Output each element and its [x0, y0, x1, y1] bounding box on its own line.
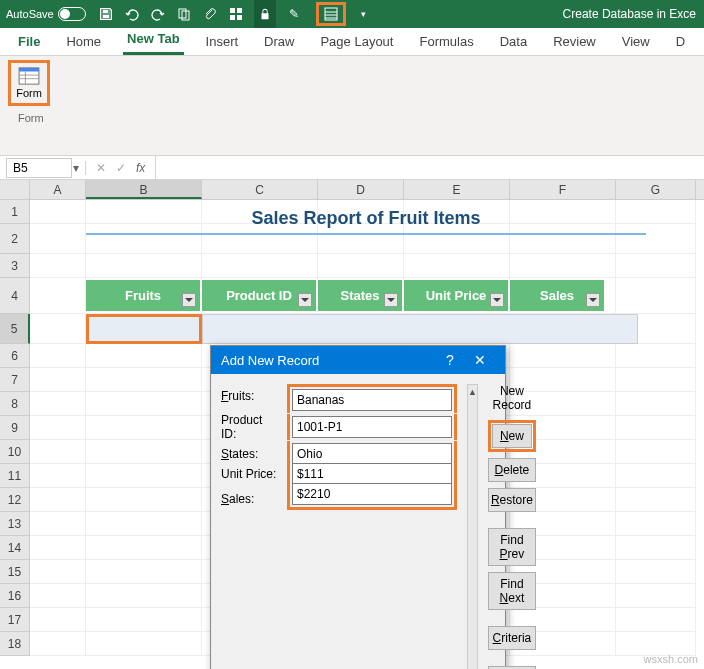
- undo-icon[interactable]: [124, 6, 140, 22]
- report-title: Sales Report of Fruit Items: [86, 208, 646, 235]
- row-header[interactable]: 5: [0, 314, 30, 344]
- new-button-highlight: New: [488, 420, 536, 452]
- cancel-icon[interactable]: ✕: [96, 161, 106, 175]
- formula-bar: B5 ▾ ✕ ✓ fx: [0, 156, 704, 180]
- form-scrollbar[interactable]: ▲ ▼: [467, 384, 478, 669]
- quick-access-toolbar: ✎ ▾: [98, 0, 372, 28]
- row-header[interactable]: 16: [0, 584, 30, 608]
- table-data-row: [202, 314, 638, 344]
- row-header[interactable]: 13: [0, 512, 30, 536]
- toggle-off-icon[interactable]: [58, 7, 86, 21]
- row-header[interactable]: 12: [0, 488, 30, 512]
- qat-dropdown-icon[interactable]: ▾: [356, 6, 372, 22]
- row-header[interactable]: 18: [0, 632, 30, 656]
- tab-review[interactable]: Review: [549, 30, 600, 55]
- label-product-id: Product ID:: [221, 413, 281, 441]
- fx-icon[interactable]: fx: [136, 161, 145, 175]
- row-header[interactable]: 6: [0, 344, 30, 368]
- col-header-b[interactable]: B: [86, 180, 202, 199]
- scroll-up-icon[interactable]: ▲: [468, 387, 477, 397]
- row-header[interactable]: 1: [0, 200, 30, 224]
- label-fruits: Fruits:: [221, 389, 281, 403]
- col-header-c[interactable]: C: [202, 180, 318, 199]
- tab-home[interactable]: Home: [62, 30, 105, 55]
- tab-formulas[interactable]: Formulas: [415, 30, 477, 55]
- row-header[interactable]: 4: [0, 278, 30, 314]
- tab-new-tab[interactable]: New Tab: [123, 27, 184, 55]
- tab-data[interactable]: Data: [496, 30, 531, 55]
- th-sales[interactable]: Sales: [510, 280, 606, 311]
- label-sales: Sales:: [221, 492, 281, 506]
- row-header[interactable]: 14: [0, 536, 30, 560]
- enter-icon[interactable]: ✓: [116, 161, 126, 175]
- row-header[interactable]: 2: [0, 224, 30, 254]
- svg-rect-5: [237, 15, 242, 20]
- redo-icon[interactable]: [150, 6, 166, 22]
- find-prev-button[interactable]: Find Prev: [488, 528, 536, 566]
- autosave-toggle[interactable]: AutoSave: [6, 7, 86, 21]
- pen-icon[interactable]: ✎: [286, 6, 302, 22]
- filter-dropdown-icon[interactable]: [182, 293, 196, 307]
- th-unit-price[interactable]: Unit Price: [404, 280, 510, 311]
- row-header[interactable]: 11: [0, 464, 30, 488]
- delete-button[interactable]: Delete: [488, 458, 536, 482]
- th-product-id[interactable]: Product ID: [202, 280, 318, 311]
- dialog-titlebar[interactable]: Add New Record ? ✕: [211, 346, 505, 374]
- restore-button[interactable]: Restore: [488, 488, 536, 512]
- row-header[interactable]: 3: [0, 254, 30, 278]
- tab-page-layout[interactable]: Page Layout: [316, 30, 397, 55]
- grid-icon[interactable]: [228, 6, 244, 22]
- document-title: Create Database in Exce: [563, 7, 698, 21]
- new-button[interactable]: New: [492, 424, 532, 448]
- svg-rect-11: [19, 68, 39, 72]
- save-icon[interactable]: [98, 6, 114, 22]
- svg-rect-4: [230, 15, 235, 20]
- find-next-button[interactable]: Find Next: [488, 572, 536, 610]
- dialog-help-button[interactable]: ?: [435, 352, 465, 368]
- filter-dropdown-icon[interactable]: [490, 293, 504, 307]
- row-header[interactable]: 17: [0, 608, 30, 632]
- ribbon-form-button[interactable]: Form: [8, 60, 50, 106]
- label-states: States:: [221, 447, 281, 461]
- filter-dropdown-icon[interactable]: [298, 293, 312, 307]
- copy-icon[interactable]: [176, 6, 192, 22]
- filter-dropdown-icon[interactable]: [384, 293, 398, 307]
- th-states[interactable]: States: [318, 280, 404, 311]
- autosave-label: AutoSave: [6, 8, 54, 20]
- input-fruits[interactable]: [292, 389, 452, 411]
- data-form-dialog: Add New Record ? ✕ Fruits: Product ID: S…: [210, 345, 506, 669]
- attach-icon[interactable]: [202, 6, 218, 22]
- tab-file[interactable]: File: [14, 30, 44, 55]
- col-header-e[interactable]: E: [404, 180, 510, 199]
- input-product-id[interactable]: [292, 416, 452, 438]
- row-header[interactable]: 15: [0, 560, 30, 584]
- dialog-close-button[interactable]: ✕: [465, 352, 495, 368]
- col-header-d[interactable]: D: [318, 180, 404, 199]
- namebox-dropdown-icon[interactable]: ▾: [72, 161, 86, 175]
- form-qat-highlight: [316, 2, 346, 26]
- tab-view[interactable]: View: [618, 30, 654, 55]
- form-button-label: Form: [16, 87, 42, 99]
- tab-developer[interactable]: D: [672, 30, 689, 55]
- active-cell-b5[interactable]: [86, 314, 202, 344]
- form-qat-icon[interactable]: [323, 6, 339, 22]
- col-header-f[interactable]: F: [510, 180, 616, 199]
- row-header[interactable]: 9: [0, 416, 30, 440]
- row-header[interactable]: 8: [0, 392, 30, 416]
- col-header-g[interactable]: G: [616, 180, 696, 199]
- col-header-a[interactable]: A: [30, 180, 86, 199]
- tab-insert[interactable]: Insert: [202, 30, 243, 55]
- row-header[interactable]: 7: [0, 368, 30, 392]
- name-box[interactable]: B5: [6, 158, 72, 178]
- filter-dropdown-icon[interactable]: [586, 293, 600, 307]
- criteria-button[interactable]: Criteria: [488, 626, 536, 650]
- svg-rect-3: [237, 8, 242, 13]
- select-all-corner[interactable]: [0, 180, 30, 199]
- tab-draw[interactable]: Draw: [260, 30, 298, 55]
- formula-input[interactable]: [155, 156, 704, 179]
- lock-icon[interactable]: [254, 0, 276, 28]
- ribbon-tabs: File Home New Tab Insert Draw Page Layou…: [0, 28, 704, 56]
- th-fruits[interactable]: Fruits: [86, 280, 202, 311]
- input-sales[interactable]: [292, 483, 452, 505]
- row-header[interactable]: 10: [0, 440, 30, 464]
